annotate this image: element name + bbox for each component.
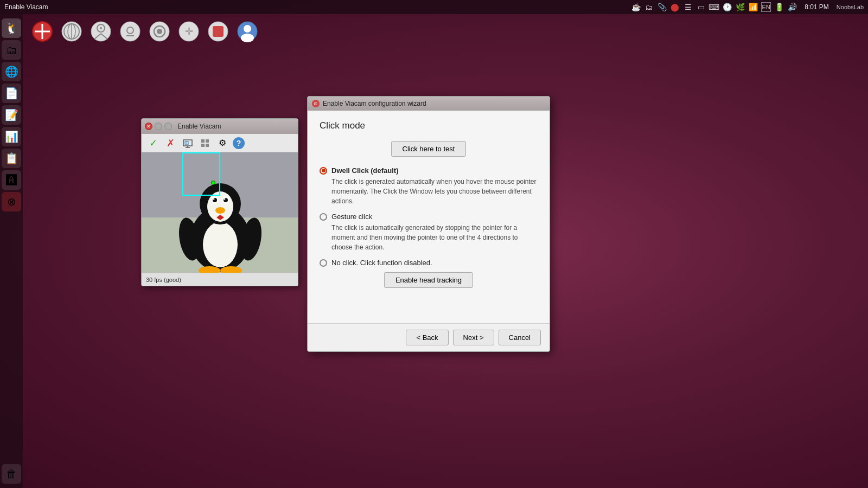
leaf-icon[interactable]: 🌿 [735, 2, 745, 12]
toolbar-settings-btn[interactable]: ⚙ [215, 136, 229, 150]
dwell-click-label: Dwell Click (default) [331, 166, 399, 175]
dwell-click-desc: The click is generated automatically whe… [331, 177, 538, 206]
dock-item-amazon[interactable]: 🅰 [2, 170, 21, 190]
clock2-icon[interactable]: 🕑 [722, 2, 732, 12]
viacam-close-btn[interactable]: ✕ [145, 123, 152, 130]
taskbar-arrow[interactable]: ✛ [176, 18, 202, 44]
svg-rect-33 [206, 144, 209, 147]
wizard-content: Click mode Click here to test Dwell Clic… [308, 111, 550, 298]
back-button[interactable]: < Back [406, 330, 448, 345]
dock-item-presentation[interactable]: 📋 [2, 149, 21, 168]
taskbar-contacts[interactable] [234, 18, 260, 44]
keyboard-icon[interactable]: ⌨ [709, 2, 719, 12]
wizard-dialog: ⊘ Enable Viacam configuration wizard Cli… [307, 96, 550, 352]
viacam-min-btn[interactable] [155, 123, 162, 130]
svg-rect-30 [201, 139, 205, 143]
gesture-radio[interactable] [320, 213, 327, 221]
svg-point-23 [244, 25, 251, 33]
dock-item-sheets[interactable]: 📊 [2, 127, 21, 146]
wizard-title: Enable Viacam configuration wizard [323, 100, 426, 107]
wizard-page-title: Click mode [320, 120, 538, 131]
taskbar-config[interactable] [117, 18, 143, 44]
network2-icon[interactable]: 📶 [748, 2, 758, 12]
svg-point-42 [213, 198, 215, 200]
dock-item-ubuntu[interactable]: 🐧 [2, 18, 21, 38]
dock-item-firefox[interactable]: 🌐 [2, 62, 21, 81]
gesture-click-desc: The click is automatically generated by … [331, 223, 538, 252]
gesture-click-option[interactable]: Gesture click [320, 213, 538, 221]
dwell-radio-dot [322, 169, 326, 172]
volume-icon[interactable]: 🔊 [787, 2, 797, 12]
enable-tracking-row: Enable head tracking [320, 272, 538, 288]
toolbar-grid-btn[interactable] [198, 136, 212, 150]
files-top-icon[interactable]: 🗂 [644, 2, 654, 12]
viacam-max-btn[interactable] [164, 123, 172, 130]
test-click-button[interactable]: Click here to test [391, 141, 467, 157]
noclick-radio[interactable] [320, 259, 327, 267]
svg-rect-21 [213, 26, 224, 37]
window-icon[interactable]: ▭ [696, 2, 706, 12]
dock-item-files[interactable]: 🗂 [2, 40, 21, 60]
svg-point-37 [203, 222, 238, 267]
dock-item-viacam[interactable]: ⊗ [2, 192, 21, 211]
wizard-footer: < Back Next > Cancel [308, 323, 550, 351]
dwell-click-option[interactable]: Dwell Click (default) [320, 166, 538, 175]
viacam-window-title: Enable Viacam [177, 123, 221, 130]
coffee-icon[interactable]: ☕ [631, 2, 641, 12]
svg-rect-31 [206, 139, 209, 143]
svg-point-16 [157, 29, 162, 34]
topbar-time: 8:01 PM [805, 3, 829, 11]
toolbar-cancel-btn[interactable]: ✗ [163, 136, 177, 150]
dock: 🐧 🗂 🌐 📄 📝 📊 📋 🅰 ⊗ 🗑 [0, 14, 23, 488]
svg-point-24 [241, 34, 254, 42]
viacam-window: ✕ Enable Viacam ✓ ✗ ⚙ ? [141, 118, 298, 286]
dock-item-trash[interactable]: 🗑 [2, 464, 21, 484]
enable-head-tracking-button[interactable]: Enable head tracking [384, 272, 473, 288]
svg-point-9 [100, 27, 102, 29]
viacam-titlebar: ✕ Enable Viacam [142, 119, 298, 134]
cancel-button[interactable]: Cancel [499, 330, 541, 345]
gesture-click-label: Gesture click [331, 213, 372, 221]
viacam-camera [142, 152, 298, 273]
viacam-status: 30 fps (good) [142, 273, 298, 286]
noclick-option[interactable]: No click. Click function disabled. [320, 259, 538, 267]
topbar-icons: ☕ 🗂 📎 ⬤ ☰ ▭ ⌨ 🕑 🌿 📶 EN 🔋 🔊 8:01 PM Noobs… [631, 2, 864, 12]
wizard-icon: ⊘ [312, 100, 320, 107]
taskbar-headtrack[interactable] [88, 18, 114, 44]
lang-icon[interactable]: EN [761, 2, 771, 12]
taskbar-stop[interactable] [205, 18, 231, 44]
svg-rect-32 [201, 144, 205, 147]
toolbar-accept-btn[interactable]: ✓ [146, 136, 160, 150]
wizard-titlebar: ⊘ Enable Viacam configuration wizard [308, 97, 550, 111]
topbar: Enable Viacam ☕ 🗂 📎 ⬤ ☰ ▭ ⌨ 🕑 🌿 📶 EN 🔋 🔊… [0, 0, 868, 14]
battery-icon[interactable]: 🔋 [774, 2, 784, 12]
topbar-noobslab[interactable]: NoobsLab [837, 4, 864, 10]
svg-point-12 [120, 22, 140, 41]
noclick-label: No click. Click function disabled. [331, 259, 432, 267]
topbar-title: Enable Viacam [4, 3, 48, 11]
menu-icon[interactable]: ☰ [683, 2, 693, 12]
viacam-toolbar: ✓ ✗ ⚙ ? [142, 134, 298, 152]
svg-point-45 [224, 198, 226, 200]
tracking-rectangle [182, 152, 220, 196]
taskbar-settings[interactable] [146, 18, 173, 44]
taskbar-viacam[interactable] [29, 18, 55, 44]
taskbar-browser[interactable] [59, 18, 85, 44]
dock-item-files2[interactable]: 📄 [2, 84, 21, 103]
test-button-row: Click here to test [320, 141, 538, 157]
svg-text:✛: ✛ [185, 26, 193, 37]
toolbar-screen-btn[interactable] [181, 136, 195, 150]
next-button[interactable]: Next > [453, 330, 494, 345]
paperclip-icon[interactable]: 📎 [657, 2, 667, 12]
toolbar-help-btn[interactable]: ? [233, 137, 245, 149]
dwell-radio[interactable] [320, 167, 327, 175]
stop-icon[interactable]: ⬤ [670, 2, 680, 12]
fps-status: 30 fps (good) [146, 277, 181, 283]
taskbar: ✛ [23, 14, 260, 49]
tracking-dot [211, 181, 215, 185]
dock-item-docs[interactable]: 📝 [2, 105, 21, 125]
svg-point-46 [215, 207, 225, 214]
